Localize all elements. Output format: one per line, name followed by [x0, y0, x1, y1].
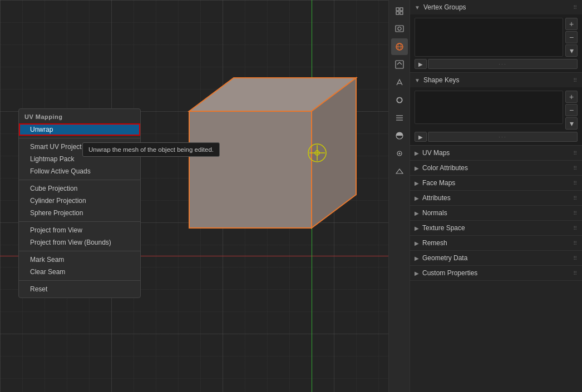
texture-space-arrow: ▶	[415, 225, 419, 231]
icon-shading[interactable]	[391, 127, 408, 144]
vertex-groups-bottom-row: ▶ ···	[415, 59, 578, 69]
icon-scene[interactable]	[391, 163, 408, 180]
attributes-arrow: ▶	[415, 195, 419, 201]
attributes-header[interactable]: ▶ Attributes ⠿	[410, 191, 582, 205]
svg-rect-7	[396, 8, 399, 11]
menu-item-follow-active[interactable]: Follow Active Quads	[19, 165, 140, 177]
section-vertex-groups: ▼ Vertex Groups ⠿ + − ▾ ▶ ···	[410, 0, 582, 73]
remesh-title: Remesh	[422, 239, 573, 247]
normals-title: Normals	[422, 209, 573, 217]
geometry-data-dots: ⠿	[573, 255, 578, 261]
vertex-groups-options-btn[interactable]: ▾	[565, 44, 578, 57]
custom-properties-arrow: ▶	[415, 270, 419, 276]
uv-maps-arrow: ▶	[415, 150, 419, 156]
vertex-groups-content: + − ▾ ▶ ···	[410, 14, 582, 72]
svg-point-12	[398, 27, 401, 31]
svg-point-18	[397, 97, 402, 103]
vertex-groups-title: Vertex Groups	[423, 3, 573, 11]
properties-panel: ▼ Vertex Groups ⠿ + − ▾ ▶ ···	[410, 0, 582, 392]
icon-particles[interactable]	[391, 56, 408, 73]
menu-separator-2	[19, 180, 140, 180]
shape-keys-dots: ⠿	[573, 77, 578, 83]
icon-render[interactable]	[391, 21, 408, 37]
menu-item-mark-seam[interactable]: Mark Seam	[19, 254, 140, 266]
icon-physics[interactable]	[391, 74, 408, 91]
vertex-groups-header[interactable]: ▼ Vertex Groups ⠿	[410, 0, 582, 14]
section-face-maps: ▶ Face Maps ⠿	[410, 176, 582, 191]
normals-header[interactable]: ▶ Normals ⠿	[410, 206, 582, 220]
custom-properties-title: Custom Properties	[422, 269, 573, 277]
shape-keys-dots-btn[interactable]: ···	[428, 132, 578, 142]
remesh-dots: ⠿	[573, 240, 578, 246]
menu-title: UV Mapping	[19, 111, 140, 123]
svg-rect-11	[396, 26, 403, 32]
shape-keys-bottom-row: ▶ ···	[415, 132, 578, 142]
icon-material[interactable]	[391, 38, 408, 55]
texture-space-title: Texture Space	[422, 224, 573, 232]
uv-mapping-menu[interactable]: UV Mapping Unwrap Smart UV Project Light…	[18, 108, 141, 298]
face-maps-dots: ⠿	[573, 180, 578, 186]
menu-item-smart-uv[interactable]: Smart UV Project	[19, 141, 140, 153]
icon-object-data[interactable]	[391, 3, 408, 19]
menu-separator-3	[19, 221, 140, 222]
vertex-groups-add-btn[interactable]: +	[565, 18, 578, 30]
svg-marker-0	[189, 111, 312, 228]
uv-maps-title: UV Maps	[422, 149, 573, 157]
icon-strip	[388, 0, 410, 392]
section-shape-keys: ▼ Shape Keys ⠿ + − ▾ ▶ ···	[410, 73, 582, 146]
shape-keys-arrow: ▼	[415, 77, 420, 83]
menu-item-sphere-proj[interactable]: Sphere Projection	[19, 207, 140, 219]
right-panel: ▼ Vertex Groups ⠿ + − ▾ ▶ ···	[410, 0, 582, 392]
menu-separator-5	[19, 280, 140, 281]
section-remesh: ▶ Remesh ⠿	[410, 236, 582, 251]
cube-3d	[156, 33, 378, 267]
icon-object-properties[interactable]	[391, 145, 408, 162]
svg-point-21	[398, 153, 400, 155]
section-color-attributes: ▶ Color Attributes ⠿	[410, 161, 582, 176]
menu-item-unwrap[interactable]: Unwrap	[19, 123, 140, 136]
3d-viewport[interactable]: UV Mapping Unwrap Smart UV Project Light…	[0, 0, 399, 392]
color-attributes-header[interactable]: ▶ Color Attributes ⠿	[410, 161, 582, 175]
menu-item-reset[interactable]: Reset	[19, 283, 140, 295]
section-uv-maps: ▶ UV Maps ⠿	[410, 146, 582, 161]
section-texture-space: ▶ Texture Space ⠿	[410, 221, 582, 236]
icon-constraints[interactable]	[391, 92, 408, 108]
shape-keys-header[interactable]: ▼ Shape Keys ⠿	[410, 73, 582, 87]
vertex-groups-arrow: ▼	[415, 4, 420, 11]
uv-maps-dots: ⠿	[573, 150, 578, 156]
menu-item-lightmap[interactable]: Lightmap Pack	[19, 153, 140, 165]
custom-properties-dots: ⠿	[573, 270, 578, 276]
menu-item-cube-proj[interactable]: Cube Projection	[19, 182, 140, 195]
shape-keys-add-btn[interactable]: +	[565, 91, 578, 103]
menu-separator-1	[19, 138, 140, 138]
texture-space-dots: ⠿	[573, 225, 578, 231]
custom-properties-header[interactable]: ▶ Custom Properties ⠿	[410, 266, 582, 280]
vertex-groups-play-btn[interactable]: ▶	[415, 59, 427, 69]
geometry-data-header[interactable]: ▶ Geometry Data ⠿	[410, 251, 582, 265]
attributes-title: Attributes	[422, 194, 573, 202]
uv-maps-header[interactable]: ▶ UV Maps ⠿	[410, 146, 582, 160]
shape-keys-play-btn[interactable]: ▶	[415, 132, 427, 142]
shape-keys-options-btn[interactable]: ▾	[565, 117, 578, 130]
svg-rect-16	[396, 61, 403, 68]
remesh-arrow: ▶	[415, 240, 419, 246]
menu-separator-4	[19, 251, 140, 251]
shape-keys-remove-btn[interactable]: −	[565, 104, 578, 116]
vertex-groups-dots: ⠿	[573, 4, 578, 11]
section-geometry-data: ▶ Geometry Data ⠿	[410, 251, 582, 266]
svg-rect-10	[400, 12, 403, 14]
icon-modifiers[interactable]	[391, 110, 408, 126]
remesh-header[interactable]: ▶ Remesh ⠿	[410, 236, 582, 250]
face-maps-header[interactable]: ▶ Face Maps ⠿	[410, 176, 582, 190]
svg-rect-9	[396, 12, 399, 14]
texture-space-header[interactable]: ▶ Texture Space ⠿	[410, 221, 582, 235]
menu-item-cylinder-proj[interactable]: Cylinder Projection	[19, 195, 140, 207]
section-attributes: ▶ Attributes ⠿	[410, 191, 582, 206]
geometry-data-title: Geometry Data	[422, 254, 573, 262]
menu-item-proj-view[interactable]: Project from View	[19, 224, 140, 236]
vertex-groups-remove-btn[interactable]: −	[565, 31, 578, 43]
section-normals: ▶ Normals ⠿	[410, 206, 582, 221]
vertex-groups-dots-btn[interactable]: ···	[428, 59, 578, 69]
menu-item-proj-view-bounds[interactable]: Project from View (Bounds)	[19, 236, 140, 249]
menu-item-clear-seam[interactable]: Clear Seam	[19, 266, 140, 278]
